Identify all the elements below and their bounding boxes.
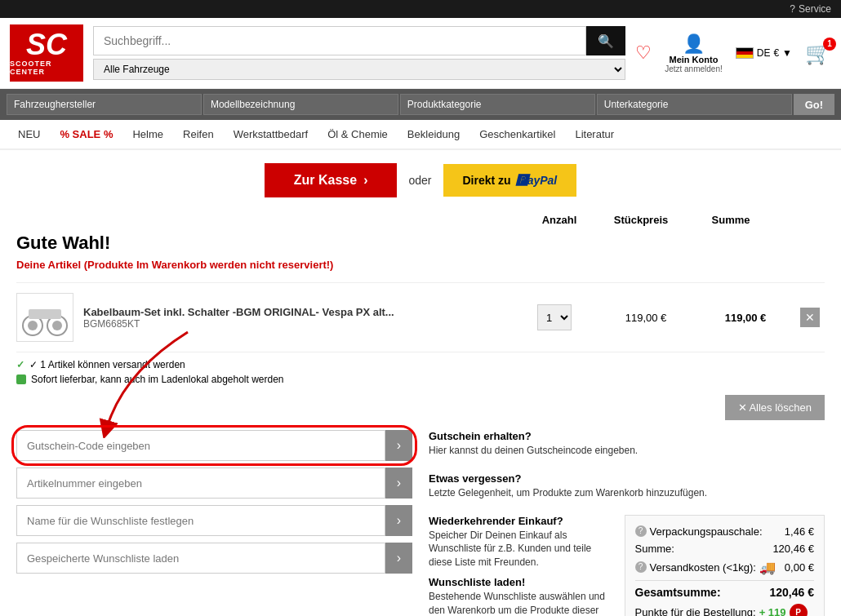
item-quantity: 1 2 3 (518, 304, 591, 330)
logo-brand: SCOOTER CENTER (10, 60, 83, 76)
remove-item-button[interactable]: ✕ (800, 308, 820, 327)
item-unit-price: 119,00 € (601, 312, 691, 324)
item-thumbnail (20, 297, 69, 338)
info-title-article: Etwas vergessen? (429, 472, 825, 485)
punkte-label: Punkte für die Bestellung: (635, 606, 756, 616)
wishlist-name-input[interactable] (16, 505, 385, 536)
wishlist-icon[interactable]: ♡ (635, 42, 652, 64)
nav-bar: NEU % SALE % Helme Reifen Werkstattbedar… (0, 120, 841, 150)
item-name[interactable]: Kabelbaum-Set inkl. Schalter -BGM ORIGIN… (83, 306, 508, 318)
reservation-notice: (Produkte Im Warenkorb werden nicht rese… (84, 259, 334, 271)
nav-item-oel[interactable]: Öl & Chemie (318, 120, 398, 148)
coupon-submit-button[interactable]: › (385, 430, 412, 461)
nav-item-bekleidung[interactable]: Bekleidung (398, 120, 469, 148)
lang-label: DE (757, 47, 771, 59)
summary-versand: ? Versandkosten (<1kg): 🚚 0,00 € (635, 560, 815, 575)
summary-box: ? Verpackungspauschale: 1,46 € Summe: 12… (625, 515, 825, 616)
article-submit-button[interactable]: › (385, 468, 412, 499)
logo[interactable]: SC SCOOTER CENTER (10, 24, 83, 82)
chevron-down-icon: ▼ (782, 47, 792, 59)
summary-verpackung: ? Verpackungspauschale: 1,46 € (635, 525, 815, 538)
info-title-wishlist: Wiederkehrender Einkauf? (429, 515, 608, 527)
bottom-section: › › › › Gutschein erhalten? Hier kannst … (16, 430, 825, 616)
info-desc-wishlist: Speicher Dir Deinen Einkauf als Wunschli… (429, 529, 608, 569)
svg-rect-2 (29, 309, 61, 319)
quantity-select[interactable]: 1 2 3 (537, 304, 572, 330)
page-title: Gute Wahl! (16, 233, 825, 254)
account-icon: 👤 (683, 33, 705, 55)
verpackung-info-icon[interactable]: ? (635, 525, 647, 537)
right-info: Gutschein erhalten? Hier kannst du deine… (429, 430, 825, 616)
info-block-article: Etwas vergessen? Letzte Gelegenheit, um … (429, 472, 825, 500)
item-remove: ✕ (800, 308, 825, 327)
nav-item-literatur[interactable]: Literatur (565, 120, 624, 148)
item-info: Kabelbaum-Set inkl. Schalter -BGM ORIGIN… (83, 306, 508, 330)
coupon-input[interactable] (16, 430, 385, 461)
svg-point-4 (52, 321, 62, 330)
info-title-coupon: Gutschein erhalten? (429, 430, 825, 442)
stock-availability: Sofort lieferbar, kann auch im Ladenloka… (16, 374, 825, 385)
article-input-row: › (16, 468, 412, 499)
shipping-availability: ✓ ✓ 1 Artikel können versandt werden (16, 359, 825, 370)
header-icons: ♡ 👤 Mein Konto Jetzt anmelden! DE € ▼ 🛒 … (635, 33, 831, 73)
wishlist-load-submit[interactable]: › (385, 543, 412, 574)
coupon-input-row: › (16, 430, 412, 461)
search-area: 🔍 Alle Fahrzeuge (93, 26, 625, 80)
nav-item-neu[interactable]: NEU (8, 120, 50, 148)
cart-badge: 1 (823, 38, 836, 51)
search-button[interactable]: 🔍 (586, 26, 625, 55)
paypal-label: Direkt zu (463, 174, 511, 187)
table-header: Anzahl Stückpreis Summe (16, 214, 825, 226)
item-image (16, 293, 73, 342)
col-stueckpreis: Stückpreis (596, 214, 686, 226)
article-notice: Deine Artikel (Produkte Im Warenkorb wer… (16, 259, 825, 271)
nav-item-werkstatt[interactable]: Werkstattbedarf (224, 120, 318, 148)
truck-icon: 🚚 (759, 560, 776, 575)
nav-item-helme[interactable]: Helme (122, 120, 173, 148)
left-inputs: › › › › (16, 430, 412, 616)
paypal-button[interactable]: Direkt zu 🅿︎ayPal (443, 164, 577, 197)
account-label: Mein Konto (670, 55, 719, 64)
wishlist-load-input[interactable] (16, 543, 385, 574)
delete-all-button[interactable]: ✕ Alles löschen (725, 395, 825, 420)
search-row: 🔍 (93, 26, 625, 55)
service-label: Service (799, 3, 831, 15)
category-select[interactable]: Produktkategorie (400, 94, 595, 115)
cart-button[interactable]: 🛒 1 (805, 41, 831, 66)
info-desc-coupon: Hier kannst du deinen Gutscheincode eing… (429, 444, 825, 458)
versand-value: 0,00 € (785, 561, 814, 574)
service-link[interactable]: ? Service (790, 3, 831, 15)
versand-info-icon[interactable]: ? (635, 561, 647, 573)
nav-item-geschenk[interactable]: Geschenkartikel (469, 120, 565, 148)
gesamt-value: 120,46 € (770, 586, 815, 599)
filter-go-button[interactable]: Go! (794, 94, 834, 115)
manufacturer-select[interactable]: Fahrzeughersteller (7, 94, 202, 115)
vehicle-select[interactable]: Alle Fahrzeuge (93, 59, 625, 80)
language-selector[interactable]: DE € ▼ (736, 47, 792, 59)
versand-label: ? Versandkosten (<1kg): 🚚 (635, 560, 776, 575)
availability: ✓ ✓ 1 Artikel können versandt werden Sof… (16, 359, 825, 385)
green-dot-icon (16, 374, 26, 384)
article-input[interactable] (16, 468, 385, 499)
ship-label: ✓ 1 Artikel können versandt werden (29, 359, 185, 370)
lower-section: Wiederkehrender Einkauf? Speicher Dir De… (429, 515, 825, 616)
paypal-logo: 🅿︎ayPal (516, 174, 558, 187)
checkout-button[interactable]: Zur Kasse › (265, 163, 398, 197)
de-flag-icon (736, 47, 754, 59)
stock-label: Sofort lieferbar, kann auch im Ladenloka… (31, 374, 284, 385)
punkte-badge: P (790, 604, 808, 616)
info-block-coupon: Gutschein erhalten? Hier kannst du deine… (429, 430, 825, 458)
wishlist-name-submit[interactable]: › (385, 505, 412, 536)
nav-item-reifen[interactable]: Reifen (173, 120, 224, 148)
verpackung-value: 1,46 € (785, 525, 814, 538)
search-input[interactable] (93, 26, 586, 55)
account-sublabel: Jetzt anmelden! (665, 64, 723, 73)
gesamt-label: Gesamtsumme: (635, 586, 721, 599)
account-button[interactable]: 👤 Mein Konto Jetzt anmelden! (665, 33, 723, 73)
subcategory-select[interactable]: Unterkategorie (597, 94, 792, 115)
lower-left: Wiederkehrender Einkauf? Speicher Dir De… (429, 515, 608, 616)
model-select[interactable]: Modellbezeichnung (203, 94, 398, 115)
top-bar: ? Service (0, 0, 841, 18)
verpackung-label: ? Verpackungspauschale: (635, 525, 763, 538)
nav-item-sale[interactable]: % SALE % (50, 120, 122, 148)
